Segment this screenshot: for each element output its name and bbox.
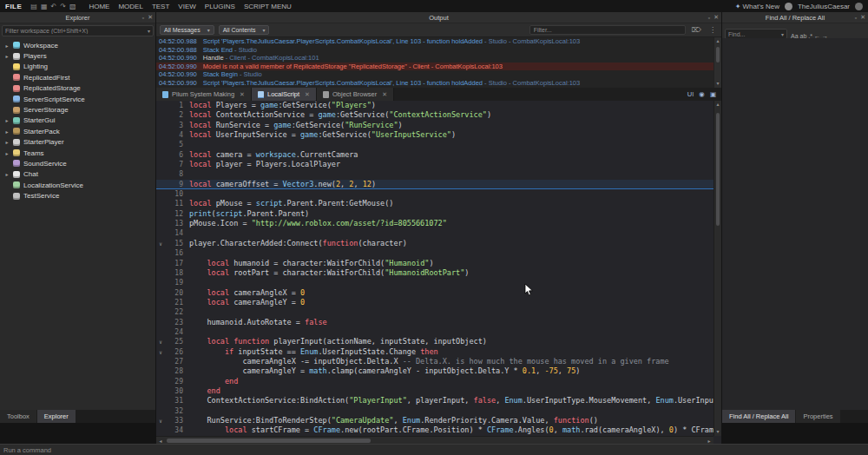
- code-line[interactable]: 11local pMouse = script.Parent.Parent:Ge…: [156, 199, 713, 208]
- output-row[interactable]: 04:52:00.990Handle - Client - CombatKopi…: [156, 54, 713, 63]
- scrollbar-thumb[interactable]: [716, 113, 720, 226]
- tree-item-starterpack[interactable]: ▸StarterPack: [0, 126, 155, 136]
- code-line[interactable]: 6local camera = workspace.CurrentCamera: [156, 150, 713, 160]
- ui-visibility-toggle[interactable]: UI: [687, 90, 694, 98]
- code-line[interactable]: 28 cameraAngleY = math.clamp(cameraAngle…: [156, 366, 713, 376]
- output-menu-icon[interactable]: ⋮: [707, 26, 718, 34]
- code-line[interactable]: 24: [156, 327, 713, 337]
- code-line[interactable]: 27 cameraAngleX -= inputObject.Delta.X -…: [156, 357, 713, 366]
- code-line[interactable]: 13pMouse.Icon = "http://www.roblox.com/a…: [156, 219, 713, 228]
- save-icon[interactable]: ▤: [30, 3, 37, 10]
- expand-arrow-icon[interactable]: ▸: [4, 139, 10, 145]
- close-icon[interactable]: ✕: [713, 14, 719, 21]
- menu-tab-test[interactable]: TEST: [148, 3, 174, 10]
- dock-tab-toolbox[interactable]: Toolbox: [0, 410, 36, 423]
- output-row[interactable]: 04:52:00.990Script 'Players.TheJuliusCae…: [156, 79, 713, 88]
- avatar[interactable]: [785, 3, 792, 10]
- scrollbar-thumb[interactable]: [167, 439, 371, 443]
- expand-arrow-icon[interactable]: ▸: [4, 171, 10, 177]
- clear-output-icon[interactable]: ⌦: [690, 26, 703, 34]
- code-line[interactable]: 10: [156, 189, 713, 199]
- code-line[interactable]: 19: [156, 278, 713, 287]
- code-line[interactable]: 16: [156, 248, 713, 258]
- expand-arrow-icon[interactable]: ▸: [4, 43, 10, 49]
- open-icon[interactable]: ▦: [41, 3, 48, 10]
- tree-item-chat[interactable]: ▸Chat: [0, 169, 155, 180]
- filter-options-icon[interactable]: ▾: [148, 28, 150, 34]
- output-row[interactable]: 04:52:00.990Model is not a valid member …: [156, 63, 713, 71]
- dock-tab-properties[interactable]: Properties: [796, 410, 839, 423]
- tree-item-replicatedstorage[interactable]: ReplicatedStorage: [0, 83, 155, 94]
- fold-arrow-icon[interactable]: ∨: [156, 347, 165, 357]
- tree-item-teams[interactable]: ▸Teams: [0, 148, 155, 158]
- close-tab-icon[interactable]: ✕: [240, 91, 245, 98]
- output-row[interactable]: 04:52:00.988Script 'Players.TheJuliusCae…: [156, 37, 713, 46]
- fold-arrow-icon[interactable]: ∨: [156, 416, 165, 425]
- tree-item-soundservice[interactable]: SoundService: [0, 158, 155, 168]
- code-line[interactable]: 4local UserInputService = game:GetServic…: [156, 130, 713, 140]
- pin-icon[interactable]: ▫: [142, 15, 144, 21]
- code-line[interactable]: 31 ContextActionService:BindAction("Play…: [156, 396, 713, 406]
- tree-item-replicatedfirst[interactable]: ReplicatedFirst: [0, 72, 155, 82]
- code-line[interactable]: 14: [156, 228, 713, 238]
- code-line[interactable]: 17 local humanoid = character:WaitForChi…: [156, 259, 713, 268]
- output-row[interactable]: 04:52:00.988Stack End - Studio: [156, 46, 713, 55]
- user-icon[interactable]: [855, 3, 863, 10]
- undo-icon[interactable]: ↶: [50, 3, 56, 10]
- tree-item-serverscriptservice[interactable]: ServerScriptService: [0, 94, 155, 104]
- expand-arrow-icon[interactable]: ▸: [4, 150, 10, 156]
- fold-arrow-icon[interactable]: ∨: [156, 337, 165, 346]
- code-line[interactable]: 29 end: [156, 377, 713, 386]
- tree-item-players[interactable]: ▸Players: [0, 50, 155, 61]
- editor-tab-object-browser[interactable]: Object Browser✕: [317, 88, 394, 101]
- code-line[interactable]: 18 local rootPart = character:WaitForChi…: [156, 268, 713, 278]
- scroll-left-icon[interactable]: ◂: [156, 438, 165, 444]
- code-line[interactable]: 22: [156, 307, 713, 317]
- explorer-filter-input[interactable]: [5, 28, 148, 34]
- close-icon[interactable]: ✕: [148, 14, 153, 21]
- tree-item-starterplayer[interactable]: ▸StarterPlayer: [0, 137, 155, 148]
- capture-icon[interactable]: ▧: [69, 3, 76, 10]
- code-line[interactable]: ∨33 RunService:BindToRenderStep("CameraU…: [156, 416, 713, 425]
- pin-icon[interactable]: ▫: [855, 15, 857, 21]
- output-scrollbar[interactable]: ▴ ▾: [713, 37, 721, 88]
- whats-new-button[interactable]: ✦What's New: [735, 3, 779, 10]
- code-line[interactable]: 32: [156, 406, 713, 416]
- code-line[interactable]: 2local ContextActionService = game:GetSe…: [156, 110, 713, 120]
- code-line[interactable]: 12print(script.Parent.Parent): [156, 209, 713, 219]
- menu-tab-plugins[interactable]: PLUGINS: [201, 3, 240, 10]
- code-line[interactable]: 20 local cameraAngleX = 0: [156, 288, 713, 298]
- code-area[interactable]: 1local Players = game:GetService("Player…: [156, 101, 713, 436]
- tree-item-startergui[interactable]: ▸StarterGui: [0, 115, 155, 126]
- dock-options-icon[interactable]: ▣: [710, 90, 716, 98]
- expand-arrow-icon[interactable]: ▸: [4, 129, 10, 135]
- close-tab-icon[interactable]: ✕: [305, 91, 310, 98]
- expand-arrow-icon[interactable]: ▸: [4, 117, 10, 123]
- menu-tab-view[interactable]: VIEW: [174, 3, 200, 10]
- code-line[interactable]: ∨15player.CharacterAdded:Connect(functio…: [156, 239, 713, 248]
- output-filter-input[interactable]: [529, 25, 686, 35]
- dock-tab-explorer[interactable]: Explorer: [37, 410, 76, 423]
- menu-tab-script-menu[interactable]: SCRIPT MENU: [240, 3, 296, 10]
- tree-item-serverstorage[interactable]: ServerStorage: [0, 104, 155, 115]
- code-line[interactable]: 8: [156, 169, 713, 179]
- tree-item-localizationservice[interactable]: LocalizationService: [0, 180, 155, 190]
- redo-icon[interactable]: ↷: [60, 3, 66, 10]
- code-line[interactable]: 3local RunService = game:GetService("Run…: [156, 121, 713, 130]
- contents-filter-dropdown[interactable]: All Contents▾: [219, 25, 270, 35]
- dock-tab-find-all-replace-all[interactable]: Find All / Replace All: [722, 410, 795, 423]
- code-line[interactable]: 23 humanoid.AutoRotate = false: [156, 318, 713, 327]
- code-line[interactable]: 9local cameraOffset = Vector3.new(2, 2, …: [156, 180, 713, 189]
- messages-filter-dropdown[interactable]: All Messages▾: [160, 25, 214, 35]
- output-row[interactable]: 04:52:00.990Stack Begin - Studio: [156, 70, 713, 79]
- file-menu-button[interactable]: FILE: [5, 3, 25, 10]
- tree-item-workspace[interactable]: ▸Workspace: [0, 40, 155, 50]
- fold-arrow-icon[interactable]: ∨: [156, 239, 165, 248]
- tree-item-testservice[interactable]: TestService: [0, 190, 155, 201]
- username[interactable]: TheJuliusCaesar: [798, 3, 850, 10]
- editor-tab-localscript[interactable]: LocalScript✕: [252, 88, 317, 101]
- tree-item-lighting[interactable]: Lighting: [0, 62, 155, 72]
- editor-vertical-scrollbar[interactable]: ▴ ▾: [713, 101, 721, 436]
- menu-tab-home[interactable]: HOME: [84, 3, 114, 10]
- code-line[interactable]: 7local player = Players.LocalPlayer: [156, 160, 713, 169]
